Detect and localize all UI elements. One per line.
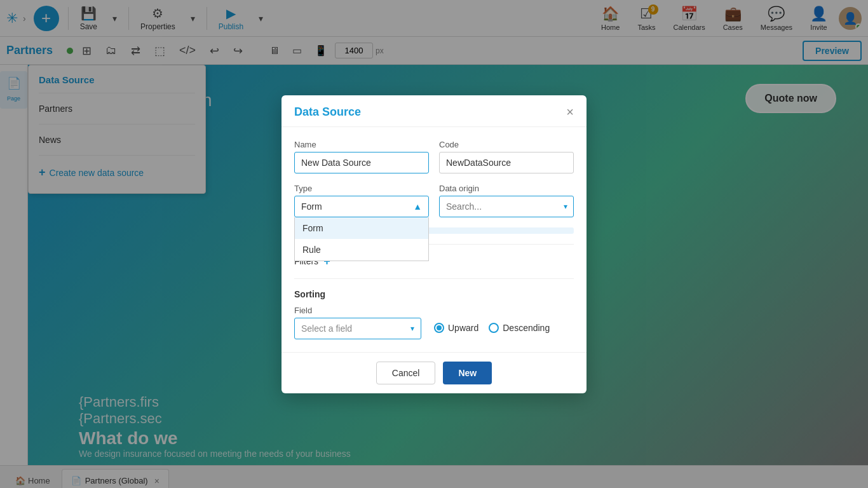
type-label: Type <box>294 184 429 193</box>
field-select-wrapper: Select a field ▾ <box>294 318 421 339</box>
data-origin-input[interactable] <box>439 196 574 217</box>
type-option-form[interactable]: Form <box>295 217 428 239</box>
upward-label: Upward <box>448 323 478 333</box>
name-group: Name <box>294 140 429 173</box>
code-input[interactable] <box>439 152 574 173</box>
name-label: Name <box>294 140 429 149</box>
field-group: Field Select a field ▾ <box>294 306 421 339</box>
upward-radio[interactable]: Upward <box>434 323 478 333</box>
modal-header: Data Source × <box>281 95 587 127</box>
upward-radio-button[interactable] <box>434 323 444 333</box>
field-row: Field Select a field ▾ Upward <box>294 306 574 339</box>
data-origin-chevron-icon: ▾ <box>564 202 567 211</box>
data-origin-label: Data origin <box>439 184 574 193</box>
sort-direction-group: Upward Descending <box>434 323 550 333</box>
field-select-button[interactable]: Select a field ▾ <box>294 318 421 339</box>
modal-body: Name Code Type Form ▲ <box>281 127 587 352</box>
field-label: Field <box>294 306 421 315</box>
type-chevron-up-icon: ▲ <box>413 201 422 212</box>
modal-footer: Cancel New <box>281 352 587 393</box>
modal-overlay: Data Source × Name Code Type <box>0 0 868 488</box>
type-option-rule[interactable]: Rule <box>295 239 428 261</box>
modal-close-button[interactable]: × <box>566 105 574 118</box>
sorting-divider <box>294 278 574 279</box>
sorting-label: Sorting <box>294 289 574 299</box>
cancel-button[interactable]: Cancel <box>376 362 436 384</box>
modal-title: Data Source <box>294 105 361 119</box>
data-origin-wrapper: ▾ <box>439 196 574 217</box>
data-origin-group: Data origin ▾ <box>439 184 574 217</box>
type-dropdown-list: Form Rule <box>294 217 429 261</box>
name-input[interactable] <box>294 152 429 173</box>
data-source-modal: Data Source × Name Code Type <box>281 95 587 393</box>
type-selected-value: Form <box>301 201 322 212</box>
type-group: Type Form ▲ Form Rule <box>294 184 429 217</box>
descending-radio-button[interactable] <box>489 323 499 333</box>
code-label: Code <box>439 140 574 149</box>
field-chevron-icon: ▾ <box>410 324 414 333</box>
sorting-section: Sorting Field Select a field ▾ <box>294 289 574 339</box>
field-placeholder: Select a field <box>301 323 352 334</box>
code-group: Code <box>439 140 574 173</box>
descending-label: Descending <box>503 323 550 333</box>
new-button[interactable]: New <box>443 362 492 384</box>
type-dropdown: Form ▲ Form Rule <box>294 196 429 217</box>
descending-radio[interactable]: Descending <box>489 323 550 333</box>
name-code-row: Name Code <box>294 140 574 173</box>
type-dropdown-button[interactable]: Form ▲ <box>294 196 429 217</box>
type-origin-row: Type Form ▲ Form Rule Data origin <box>294 184 574 217</box>
